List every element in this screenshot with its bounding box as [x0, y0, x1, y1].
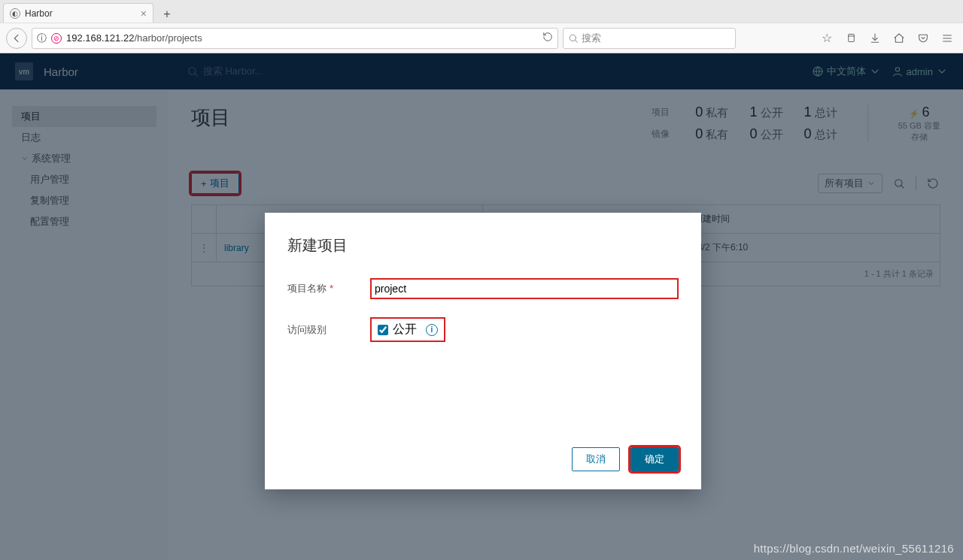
- downloads-icon[interactable]: [865, 29, 885, 48]
- menu-icon[interactable]: [937, 29, 957, 48]
- browser-toolbar: ⓘ ⊘ 192.168.121.22/harbor/projects 搜索 ☆: [0, 23, 963, 53]
- favicon-icon: ◐: [10, 8, 20, 19]
- svg-rect-1: [848, 35, 854, 42]
- url-text: 192.168.121.22/harbor/projects: [66, 32, 202, 44]
- info-icon[interactable]: i: [426, 324, 438, 336]
- search-icon: [568, 33, 579, 44]
- app: vm Harbor 搜索 Harbor... 中文简体 admin 项目 日志 …: [0, 53, 963, 560]
- browser-search[interactable]: 搜索: [563, 28, 736, 49]
- dialog-title: 新建项目: [287, 235, 679, 256]
- insecure-icon: ⊘: [51, 33, 62, 44]
- url-bar[interactable]: ⓘ ⊘ 192.168.121.22/harbor/projects: [32, 28, 558, 49]
- home-icon[interactable]: [889, 29, 909, 48]
- watermark: https://blog.csdn.net/weixin_55611216: [754, 542, 954, 555]
- browser-tab[interactable]: ◐ Harbor ×: [3, 3, 153, 23]
- bookmark-icon[interactable]: ☆: [817, 29, 837, 48]
- browser-chrome: ◐ Harbor × + ⓘ ⊘ 192.168.121.22/harbor/p…: [0, 0, 963, 53]
- tab-close-icon[interactable]: ×: [141, 8, 147, 20]
- public-checkbox-group: 公开 i: [370, 317, 445, 342]
- confirm-button[interactable]: 确定: [630, 447, 679, 471]
- tab-bar: ◐ Harbor × +: [0, 0, 963, 23]
- search-placeholder: 搜索: [582, 32, 601, 45]
- library-icon[interactable]: [841, 29, 861, 48]
- new-tab-button[interactable]: +: [158, 6, 176, 23]
- back-button[interactable]: [6, 28, 27, 49]
- new-project-dialog: 新建项目 项目名称* 访问级别 公开 i 取消 确定: [265, 213, 701, 489]
- reload-icon[interactable]: [542, 32, 553, 44]
- pocket-icon[interactable]: [913, 29, 933, 48]
- identity-icon: ⓘ: [37, 32, 47, 45]
- cancel-button[interactable]: 取消: [572, 447, 620, 471]
- project-name-input[interactable]: [370, 278, 679, 299]
- tab-title: Harbor: [25, 8, 53, 19]
- access-label: 访问级别: [287, 323, 370, 337]
- public-checkbox[interactable]: [378, 325, 388, 335]
- name-label: 项目名称*: [287, 282, 370, 295]
- public-label: 公开: [393, 322, 417, 338]
